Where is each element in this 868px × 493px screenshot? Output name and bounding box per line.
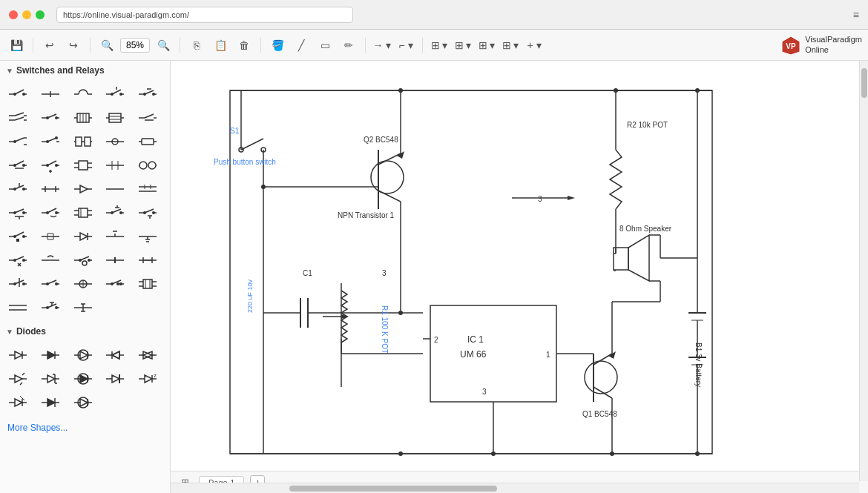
switch-shape-34[interactable] — [102, 225, 128, 248]
arrange-button[interactable]: ⊞ ▾ — [476, 35, 497, 56]
switch-shape-5[interactable] — [134, 83, 161, 105]
horizontal-scrollbar[interactable] — [171, 483, 859, 493]
sidebar[interactable]: ▼ Switches and Relays — [0, 61, 171, 493]
fill-button[interactable]: 🪣 — [267, 35, 288, 56]
switch-shape-16[interactable] — [4, 154, 31, 176]
switch-shape-23[interactable] — [70, 178, 96, 200]
switch-shape-25[interactable] — [134, 178, 161, 200]
zoom-icon[interactable]: 🔍 — [96, 35, 117, 56]
undo-button[interactable]: ↩ — [39, 35, 60, 56]
switch-shape-46[interactable] — [4, 297, 31, 319]
switch-shape-26[interactable] — [4, 202, 31, 224]
switch-shape-43[interactable] — [70, 273, 96, 295]
switch-shape-33[interactable] — [70, 225, 96, 248]
save-button[interactable]: 💾 — [6, 35, 27, 56]
diode-shape-15[interactable] — [134, 391, 161, 414]
redo-button[interactable]: ↪ — [63, 35, 84, 56]
more-button[interactable]: ⊞ ▾ — [500, 35, 521, 56]
switch-shape-38[interactable] — [70, 249, 96, 271]
more-shapes-link[interactable]: More Shapes... — [0, 417, 170, 439]
line-button[interactable]: ╱ — [291, 35, 312, 56]
switch-shape-21[interactable] — [4, 178, 31, 200]
diode-shape-9[interactable] — [102, 368, 128, 390]
diode-shape-11[interactable] — [4, 391, 31, 414]
switch-shape-17[interactable] — [37, 154, 64, 176]
switch-shape-2[interactable] — [37, 83, 64, 105]
diode-shape-8[interactable] — [70, 368, 96, 390]
diode-shape-2[interactable] — [37, 344, 64, 366]
diode-shape-1[interactable] — [4, 344, 31, 366]
vp-logo-line2: Online — [805, 45, 862, 55]
paste-button[interactable]: 📋 — [210, 35, 231, 56]
switch-shape-27[interactable] — [37, 202, 64, 224]
switch-shape-45[interactable] — [134, 273, 161, 295]
diode-shape-3[interactable] — [70, 344, 96, 366]
switch-shape-50[interactable] — [134, 297, 161, 319]
switch-shape-31[interactable] — [4, 225, 31, 248]
switch-shape-24[interactable] — [102, 178, 128, 200]
diode-shape-7[interactable] — [37, 368, 64, 390]
delete-button[interactable]: 🗑 — [234, 35, 254, 56]
switch-shape-15[interactable] — [134, 130, 161, 153]
switch-shape-14[interactable] — [102, 130, 128, 153]
switch-shape-36[interactable] — [4, 249, 31, 271]
switch-shape-40[interactable] — [134, 249, 161, 271]
canvas-area[interactable]: S1 Push button switch Q2 BC548 NPN Trans… — [171, 61, 868, 493]
connector-button[interactable]: ⌐ ▾ — [395, 35, 416, 56]
switch-shape-30[interactable] — [134, 202, 161, 224]
vertical-scrollbar-thumb[interactable] — [861, 68, 867, 98]
switch-shape-28[interactable] — [70, 202, 96, 224]
switch-shape-18[interactable] — [70, 154, 96, 176]
style-button[interactable]: ✏ — [338, 35, 359, 56]
switch-shape-10[interactable] — [134, 107, 161, 129]
diode-shape-5[interactable] — [134, 344, 161, 366]
switch-shape-20[interactable] — [134, 154, 161, 176]
menu-icon[interactable]: ≡ — [853, 9, 859, 21]
switch-shape-11[interactable] — [4, 130, 31, 153]
shape-button[interactable]: ▭ — [315, 35, 335, 56]
switch-shape-12[interactable] — [37, 130, 64, 153]
zoom-out-button[interactable]: 🔍 — [153, 35, 174, 56]
switch-shape-41[interactable] — [4, 273, 31, 295]
switch-shape-44[interactable] — [102, 273, 128, 295]
diodes-section-header[interactable]: ▼ Diodes — [0, 322, 170, 341]
switch-shape-37[interactable] — [37, 249, 64, 271]
extra-button[interactable]: + ▾ — [524, 35, 545, 56]
switch-shape-6[interactable] — [4, 107, 31, 129]
horizontal-scrollbar-thumb[interactable] — [289, 486, 497, 492]
switch-shape-22[interactable] — [37, 178, 64, 200]
switch-shape-47[interactable] — [37, 297, 64, 319]
align-button[interactable]: ⊞ ▾ — [453, 35, 473, 56]
diode-shape-12[interactable] — [37, 391, 64, 414]
switch-shape-9[interactable] — [102, 107, 128, 129]
switch-shape-4[interactable] — [102, 83, 128, 105]
arrow-button[interactable]: → ▾ — [372, 35, 392, 56]
switch-shape-3[interactable] — [70, 83, 96, 105]
switch-shape-32[interactable] — [37, 225, 64, 248]
switch-shape-39[interactable] — [102, 249, 128, 271]
zoom-input[interactable] — [120, 38, 150, 53]
switch-shape-42[interactable] — [37, 273, 64, 295]
url-bar[interactable]: https://online.visual-paradigm.com/ — [56, 7, 353, 23]
switch-shape-49[interactable] — [102, 297, 128, 319]
maximize-button[interactable] — [36, 10, 45, 19]
switch-shape-35[interactable] — [134, 225, 161, 248]
group-button[interactable]: ⊞ ▾ — [429, 35, 450, 56]
switch-shape-48[interactable] — [70, 297, 96, 319]
minimize-button[interactable] — [22, 10, 31, 19]
switches-section-header[interactable]: ▼ Switches and Relays — [0, 61, 170, 80]
diode-shape-13[interactable] — [70, 391, 96, 414]
diode-shape-6[interactable] — [4, 368, 31, 390]
diode-shape-10[interactable]: z — [134, 368, 161, 390]
switch-shape-13[interactable] — [70, 130, 96, 153]
close-button[interactable] — [9, 10, 18, 19]
switch-shape-7[interactable] — [37, 107, 64, 129]
switch-shape-29[interactable] — [102, 202, 128, 224]
switch-shape-1[interactable] — [4, 83, 31, 105]
switch-shape-8[interactable] — [70, 107, 96, 129]
switch-shape-19[interactable] — [102, 154, 128, 176]
vertical-scrollbar[interactable] — [859, 61, 868, 481]
diode-shape-14[interactable] — [102, 391, 128, 414]
copy-button[interactable]: ⎘ — [186, 35, 207, 56]
diode-shape-4[interactable] — [102, 344, 128, 366]
